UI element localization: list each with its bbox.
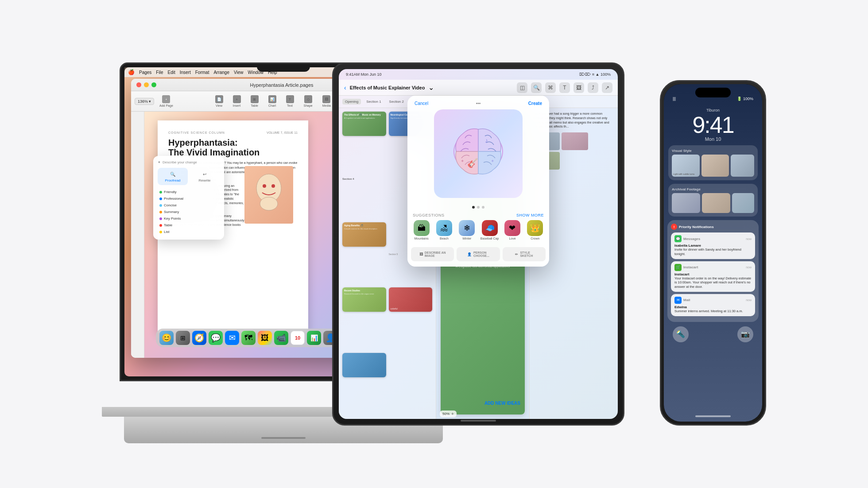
suggestion-baseball[interactable]: 🧢 Baseball Cap bbox=[479, 220, 500, 240]
dialog-options-icon[interactable]: ••• bbox=[476, 101, 481, 106]
notification-1: 💬 Messages now Isabella Lamare Invite fo… bbox=[671, 232, 755, 259]
menu-file[interactable]: File bbox=[156, 70, 163, 75]
svg-text:🎸: 🎸 bbox=[467, 158, 478, 168]
dock-safari[interactable]: 🧭 bbox=[192, 331, 206, 345]
person-choose-button[interactable]: 👤 PERSON CHOOSE... bbox=[457, 247, 500, 261]
toolbar-insert[interactable]: + Insert bbox=[231, 94, 243, 108]
suggestion-love[interactable]: ❤ Love bbox=[502, 220, 523, 240]
back-chevron-icon[interactable]: ‹ bbox=[344, 84, 346, 91]
fullscreen-button[interactable] bbox=[151, 82, 156, 87]
toolbar-chart[interactable]: 📊 Chart bbox=[267, 94, 278, 108]
svg-point-1 bbox=[260, 197, 278, 210]
dialog-cancel-button[interactable]: Cancel bbox=[415, 101, 428, 106]
wt-table-label: Table bbox=[164, 223, 172, 227]
visual-style-strip: Visual Style Light with subtle turns bbox=[668, 145, 758, 180]
zoom-control[interactable]: 136% ▾ bbox=[135, 98, 154, 105]
priority-badge: ! bbox=[671, 224, 677, 230]
style-label-top: STYLE bbox=[520, 251, 530, 254]
suggestion-winter[interactable]: ❄ Winter bbox=[457, 220, 477, 240]
iphone-dynamic-island bbox=[695, 88, 731, 97]
notif-3-body: Summer interns arrived. Meeting at 11:30… bbox=[674, 309, 752, 314]
slide-6[interactable] bbox=[342, 353, 386, 377]
flashlight-button[interactable]: 🔦 bbox=[673, 326, 689, 342]
window-title: Hyperphantasia Article.pages bbox=[250, 82, 313, 88]
zoom-in-button[interactable]: + bbox=[451, 411, 454, 416]
dialog-create-button[interactable]: Create bbox=[528, 101, 542, 106]
iphone-body: ||| 🔋 100% Tiburon 9:41 Mon 10 Visual St… bbox=[660, 80, 766, 426]
dock-maps[interactable]: 🗺 bbox=[241, 331, 256, 345]
style-sketch-button[interactable]: ✏ STYLE SKETCH bbox=[503, 247, 546, 261]
archival-thumb-2 bbox=[702, 193, 730, 213]
doc-volume-label: VOLUME 7, ISSUE 11 bbox=[267, 131, 298, 134]
describe-label-bottom: IMAGE bbox=[425, 254, 435, 257]
toolbar-table[interactable]: ⊞ Table bbox=[249, 94, 260, 108]
ipad-tool-5[interactable]: 🖼 bbox=[574, 82, 584, 93]
toolbar-add-page[interactable]: + Add Page bbox=[158, 94, 175, 108]
ipad-status-icons: ⌦⌦ ≡ ▲ 100% bbox=[579, 72, 611, 77]
dock-numbers[interactable]: 📊 bbox=[307, 331, 321, 345]
notif-2-header: 🛒 Instacart now bbox=[674, 264, 752, 271]
suggestions-grid: 🏔 Mountains 🏖 Beach ❄ Winter bbox=[407, 220, 549, 240]
love-label: Love bbox=[509, 237, 515, 240]
section-1[interactable]: Section 1 bbox=[364, 99, 384, 105]
wt-list-item-keypoints[interactable]: Key Points bbox=[158, 215, 220, 222]
archival-thumb-1 bbox=[672, 193, 700, 213]
suggestion-mountains[interactable]: 🏔 Mountains bbox=[411, 220, 432, 240]
chart-icon: 📊 bbox=[268, 95, 276, 103]
ipad-tool-4[interactable]: T bbox=[559, 82, 570, 93]
camera-button[interactable]: 📷 bbox=[737, 326, 753, 342]
love-icon: ❤ bbox=[504, 220, 520, 236]
suggestion-beach[interactable]: 🏖 Beach bbox=[434, 220, 454, 240]
nav-title-chevron-icon: ⌄ bbox=[428, 83, 434, 92]
wt-list-item-friendly[interactable]: Friendly bbox=[158, 189, 220, 195]
close-button[interactable] bbox=[136, 82, 141, 87]
wt-proofread-button[interactable]: 🔍 Proofread bbox=[158, 168, 188, 185]
menu-arrange[interactable]: Arrange bbox=[213, 70, 229, 75]
slide-5[interactable]: colorful bbox=[389, 287, 433, 312]
notif-1-header: 💬 Messages now bbox=[674, 235, 752, 242]
wt-list-item-concise[interactable]: Concise bbox=[158, 202, 220, 209]
wt-rewrite-button[interactable]: ↩ Rewrite bbox=[190, 168, 220, 185]
dock-finder[interactable]: 😊 bbox=[159, 331, 174, 345]
slide-1[interactable]: The Effects of 🎵Music on Memory A Cognit… bbox=[342, 112, 386, 136]
dock-launchpad[interactable]: ⊞ bbox=[176, 331, 190, 345]
ipad-share-btn[interactable]: ⤴ bbox=[588, 82, 598, 93]
ipad-tool-1[interactable]: ◫ bbox=[517, 82, 527, 93]
show-more-button[interactable]: SHOW MORE bbox=[516, 213, 544, 217]
menu-view[interactable]: View bbox=[234, 70, 244, 75]
ipad-tool-3[interactable]: ⌘ bbox=[545, 82, 556, 93]
section-opening[interactable]: Opening bbox=[342, 99, 361, 105]
section-2[interactable]: Section 2 bbox=[387, 99, 407, 105]
dock-facetime[interactable]: 📹 bbox=[274, 331, 288, 345]
shape-icon: ◇ bbox=[304, 95, 312, 103]
notif-2-sender: Instacart bbox=[674, 272, 752, 276]
wt-keypoints-label: Key Points bbox=[164, 217, 181, 221]
slide-4[interactable]: Recent Studies Research focused on the v… bbox=[342, 287, 386, 312]
menu-edit[interactable]: Edit bbox=[167, 70, 175, 75]
svg-point-3 bbox=[271, 184, 275, 188]
ipad-more-btn[interactable]: ↗ bbox=[602, 82, 612, 93]
ipad-tool-2[interactable]: 🔍 bbox=[531, 82, 542, 93]
toolbar-text[interactable]: T Text bbox=[284, 94, 296, 108]
menu-pages[interactable]: Pages bbox=[139, 70, 151, 75]
suggestion-crown[interactable]: 👑 Crown bbox=[525, 220, 546, 240]
wt-list-item-table[interactable]: Table bbox=[158, 222, 220, 229]
sketch-icon: ✏ bbox=[515, 252, 518, 256]
menu-insert[interactable]: Insert bbox=[180, 70, 191, 75]
wt-list-item-list[interactable]: List bbox=[158, 229, 220, 235]
slide-3[interactable]: Aging Benefits 🎵 Compile sources for thi… bbox=[342, 222, 386, 247]
toolbar-view[interactable]: 📄 View bbox=[213, 94, 225, 108]
iphone-time-display: 9:41 bbox=[664, 113, 762, 136]
menu-format[interactable]: Format bbox=[195, 70, 209, 75]
toolbar-media[interactable]: 🖼 Media bbox=[321, 94, 333, 108]
wt-list-item-professional[interactable]: Professional bbox=[158, 195, 220, 202]
dock-mail[interactable]: ✉ bbox=[225, 331, 239, 345]
describe-image-button[interactable]: 🖼 DESCRIBE AN IMAGE bbox=[411, 247, 454, 261]
wt-list-item-summary[interactable]: Summary bbox=[158, 209, 220, 215]
ipad-toolbar-icons: ◫ 🔍 ⌘ T 🖼 ⤴ ↗ bbox=[517, 82, 612, 93]
minimize-button[interactable] bbox=[144, 82, 149, 87]
dock-photos[interactable]: 🖼 bbox=[258, 331, 272, 345]
dock-messages[interactable]: 💬 bbox=[209, 331, 223, 345]
dock-calendar[interactable]: 10 bbox=[291, 331, 305, 345]
toolbar-shape[interactable]: ◇ Shape bbox=[302, 94, 314, 108]
